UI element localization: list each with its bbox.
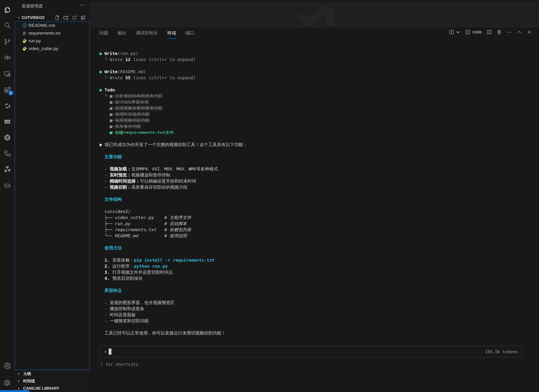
- terminal-text: 4.: [104, 276, 112, 281]
- terminal-text: ■ 设计GUI界面布局: [110, 100, 149, 105]
- new-terminal-dropdown[interactable]: [449, 29, 461, 35]
- terminal-text: -: [99, 166, 110, 171]
- section-outline[interactable]: 大纲: [15, 370, 90, 377]
- terminal-text: -: [99, 185, 110, 189]
- terminal-name: node: [472, 30, 482, 35]
- terminal-line: ■ 实现视频加载和预览功能: [99, 105, 534, 111]
- terminal-text: 文件结构: [104, 197, 122, 202]
- terminal-text: 高质量保存切割后的视频片段: [131, 185, 188, 189]
- terminal-line: [99, 136, 534, 142]
- activity-bar: 1: [0, 0, 15, 392]
- terminal-line: └ ■ 分析项目结构和现有代码: [99, 93, 534, 99]
- terminal-text: [99, 258, 104, 262]
- file-name: requirements.txt: [29, 31, 60, 36]
- split-terminal-icon[interactable]: [486, 29, 492, 35]
- card-reader-icon[interactable]: [0, 116, 15, 128]
- terminal-line: ● 我已经成功为你开发了一个完整的视频切割工具！这个工具具有以下功能：: [99, 142, 534, 148]
- terminal-text: ●: [99, 87, 104, 92]
- terminal-text: ├──: [99, 221, 115, 226]
- terminal-text: [99, 264, 104, 269]
- terminal-line: ● Write(README.md): [99, 69, 534, 75]
- claude-input-box[interactable]: > 156.5k tokens: [99, 346, 523, 357]
- file-row-requirements[interactable]: requirements.txt: [15, 29, 90, 37]
- flowchart-icon[interactable]: [0, 147, 15, 160]
- terminal-text: 12: [125, 57, 130, 62]
- file-row-runpy[interactable]: run.py: [15, 37, 90, 45]
- terminal-line: [99, 63, 534, 69]
- tab-debug-console[interactable]: 调试控制台: [136, 30, 158, 39]
- terminal-line: [99, 239, 534, 245]
- tab-terminal[interactable]: 终端: [167, 30, 176, 39]
- terminal-text: 2.: [104, 264, 112, 269]
- robot-icon[interactable]: [0, 179, 15, 191]
- tab-problems[interactable]: 问题: [99, 30, 108, 39]
- terminal-text: [99, 130, 110, 135]
- terminal-line: 2. 运行程序：python run.py: [99, 263, 534, 269]
- terminal-line: ■ 创建requirements.txt文件: [99, 130, 534, 136]
- tab-output[interactable]: 输出: [117, 30, 126, 39]
- run-debug-icon[interactable]: [0, 51, 15, 63]
- new-file-icon[interactable]: [54, 15, 60, 20]
- terminal-list-item-node[interactable]: node: [465, 29, 482, 35]
- terminal-line: 3. 打开视频文件并设置切割时间点: [99, 269, 534, 275]
- terminal-text: [99, 245, 104, 250]
- terminal-text: - 播放控制和进度条: [99, 306, 144, 311]
- extensions-icon[interactable]: 1: [0, 84, 15, 96]
- terminal-text: ■ 创建requirements.txt文件: [110, 130, 174, 135]
- file-row-videocutter[interactable]: video_cutter.py: [15, 45, 90, 52]
- terminal-text: ●: [99, 51, 104, 56]
- terminal-text: requirements.txt: [115, 227, 157, 232]
- ai-knot-icon[interactable]: [0, 100, 15, 112]
- folder-section-label: CUTVIDEO2: [22, 15, 44, 20]
- refresh-icon[interactable]: [72, 15, 77, 20]
- terminal-text: ■ 实现视频切割功能: [110, 118, 149, 123]
- tab-ports[interactable]: 端口: [186, 30, 194, 39]
- terminal-text: 3.: [104, 270, 112, 275]
- explorer-icon[interactable]: [0, 4, 15, 16]
- close-panel-icon[interactable]: [527, 29, 532, 35]
- new-folder-icon[interactable]: [63, 15, 68, 20]
- explorer-sidebar: 资源管理器 ⋯ CUTVIDEO2 README.md: [15, 0, 90, 392]
- sidebar-more-icon[interactable]: ⋯: [80, 2, 85, 8]
- more-actions-icon[interactable]: [506, 29, 512, 35]
- file-row-readme[interactable]: README.md: [15, 21, 90, 29]
- terminal-text: 精确时间选择：: [110, 179, 140, 184]
- terminal-text: pip install -r requirements.txt: [134, 258, 214, 262]
- terminal-text: Write: [104, 69, 117, 74]
- section-timeline[interactable]: 时间线: [15, 377, 90, 385]
- terminal-text: (run.py): [117, 51, 138, 56]
- list-icon: [22, 31, 27, 36]
- terminal-text: [99, 124, 110, 129]
- terminal-line: [99, 190, 534, 196]
- hexagon-ai-icon[interactable]: [0, 131, 15, 144]
- terminal-line: - 视频切割：高质量保存切割后的视频片段: [99, 184, 534, 190]
- terminal-text: 界面特点: [104, 288, 122, 293]
- bottom-panel: 问题 输出 调试控制台 终端 端口 node: [90, 27, 539, 392]
- terminal-text: # 依赖包列表: [157, 227, 191, 232]
- terminal-output[interactable]: ● Write(run.py) └ Wrote 12 lines (ctrl+r…: [99, 50, 534, 336]
- terminal-text: Write: [104, 51, 117, 56]
- terminal-text: 使用方法: [104, 245, 122, 250]
- terminal-text: └: [99, 93, 110, 98]
- terminal-text: [99, 276, 104, 281]
- remote-explorer-icon[interactable]: [0, 68, 15, 80]
- maximize-panel-icon[interactable]: [517, 29, 522, 35]
- terminal-line: - 一键预览和切割功能: [99, 318, 534, 324]
- folder-section-header[interactable]: CUTVIDEO2: [15, 14, 90, 21]
- terminal-line: └ Wrote 12 lines (ctrl+r to expand): [99, 57, 534, 63]
- collapse-all-icon[interactable]: [80, 15, 86, 20]
- account-icon[interactable]: [0, 360, 15, 372]
- source-control-icon[interactable]: [0, 35, 15, 48]
- terminal-text: ■ 添加保存功能: [110, 124, 141, 129]
- chevron-down-icon: [17, 16, 21, 20]
- terminal-text: [99, 106, 110, 111]
- terminal-line: [99, 160, 534, 166]
- fan-icon[interactable]: [0, 163, 15, 175]
- terminal-line: ├── video_cutter.py # 主程序文件: [99, 215, 534, 221]
- remote-status-stripe[interactable]: [0, 390, 29, 392]
- terminal-text: README.md: [115, 233, 138, 238]
- kill-terminal-trash-icon[interactable]: [496, 29, 502, 35]
- settings-gear-icon[interactable]: [0, 377, 15, 389]
- search-icon[interactable]: [0, 19, 15, 31]
- terminal-text: python run.py: [134, 264, 168, 269]
